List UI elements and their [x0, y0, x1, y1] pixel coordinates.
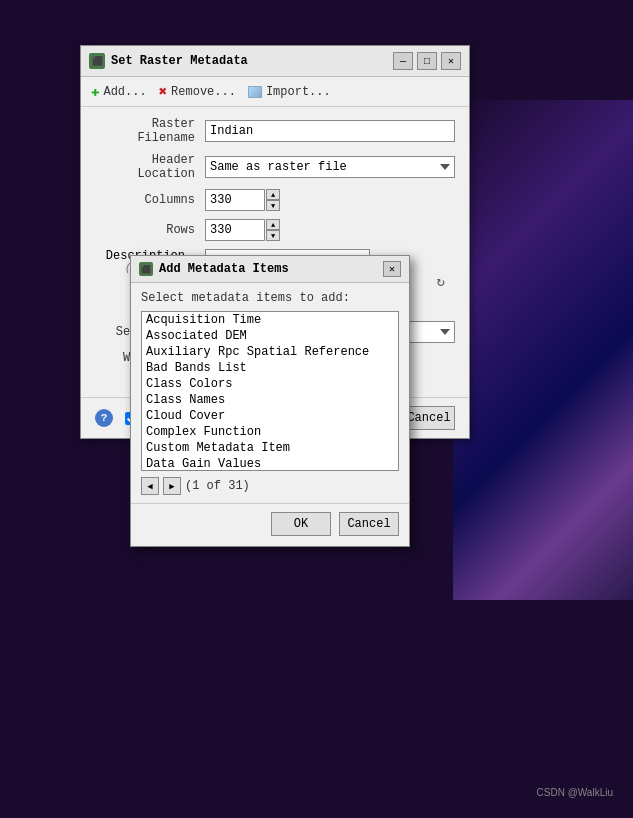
watermark: CSDN @WalkLiu [537, 787, 613, 798]
header-location-label: Header Location [95, 153, 205, 181]
rows-input[interactable] [205, 219, 265, 241]
list-item[interactable]: Associated DEM [142, 328, 398, 344]
columns-up-btn[interactable]: ▲ [266, 189, 280, 200]
toolbar: ✚ Add... ✖ Remove... Import... [81, 77, 469, 107]
list-item[interactable]: Complex Function [142, 424, 398, 440]
add-metadata-dialog: ⬛ Add Metadata Items ✕ Select metadata i… [130, 255, 410, 547]
import-button[interactable]: Import... [248, 83, 331, 100]
dialog-nav: ◀ ▶ (1 of 31) [141, 477, 399, 495]
minimize-button[interactable]: — [393, 52, 413, 70]
title-bar-left: ⬛ Set Raster Metadata [89, 53, 248, 69]
columns-label: Columns [95, 193, 205, 207]
maximize-button[interactable]: □ [417, 52, 437, 70]
remove-label: Remove... [171, 85, 236, 99]
import-label: Import... [266, 85, 331, 99]
remove-icon: ✖ [159, 83, 167, 100]
columns-down-btn[interactable]: ▼ [266, 200, 280, 211]
list-item[interactable]: Cloud Cover [142, 408, 398, 424]
rows-label: Rows [95, 223, 205, 237]
dialog-title-left: ⬛ Add Metadata Items [139, 262, 289, 276]
add-icon: ✚ [91, 83, 99, 100]
dialog-body: Select metadata items to add: Acquisitio… [131, 283, 409, 503]
list-item[interactable]: Auxiliary Rpc Spatial Reference [142, 344, 398, 360]
metadata-items-list[interactable]: Acquisition TimeAssociated DEMAuxiliary … [141, 311, 399, 471]
rows-spinner-btns: ▲ ▼ [266, 219, 280, 241]
refresh-icon[interactable]: ↻ [437, 273, 445, 290]
nav-prev-button[interactable]: ◀ [141, 477, 159, 495]
raster-filename-label: Raster Filename [95, 117, 205, 145]
rows-down-btn[interactable]: ▼ [266, 230, 280, 241]
dialog-icon: ⬛ [139, 262, 153, 276]
import-icon [248, 86, 262, 98]
dialog-cancel-button[interactable]: Cancel [339, 512, 399, 536]
nav-next-button[interactable]: ▶ [163, 477, 181, 495]
raster-filename-input[interactable] [205, 120, 455, 142]
header-location-select[interactable]: Same as raster file Custom location [205, 156, 455, 178]
dialog-footer: OK Cancel [131, 503, 409, 546]
list-item[interactable]: Class Names [142, 392, 398, 408]
cancel-button[interactable]: Cancel [403, 406, 455, 430]
rows-row: Rows ▲ ▼ [95, 219, 455, 241]
add-label: Add... [103, 85, 146, 99]
dialog-title-bar: ⬛ Add Metadata Items ✕ [131, 256, 409, 283]
remove-button[interactable]: ✖ Remove... [159, 83, 236, 100]
dialog-ok-button[interactable]: OK [271, 512, 331, 536]
window-icon: ⬛ [89, 53, 105, 69]
list-item[interactable]: Acquisition Time [142, 312, 398, 328]
header-location-row: Header Location Same as raster file Cust… [95, 153, 455, 181]
columns-input[interactable] [205, 189, 265, 211]
raster-filename-row: Raster Filename [95, 117, 455, 145]
list-item[interactable]: Class Colors [142, 376, 398, 392]
columns-row: Columns ▲ ▼ [95, 189, 455, 211]
close-button[interactable]: ✕ [441, 52, 461, 70]
title-controls: — □ ✕ [393, 52, 461, 70]
columns-spinner: ▲ ▼ [205, 189, 280, 211]
dialog-close-button[interactable]: ✕ [383, 261, 401, 277]
background-image [453, 100, 633, 600]
nav-page-text: (1 of 31) [185, 479, 250, 493]
dialog-subtitle: Select metadata items to add: [141, 291, 399, 305]
rows-spinner: ▲ ▼ [205, 219, 280, 241]
window-title: Set Raster Metadata [111, 54, 248, 68]
rows-up-btn[interactable]: ▲ [266, 219, 280, 230]
help-button[interactable]: ? [95, 409, 113, 427]
main-title-bar: ⬛ Set Raster Metadata — □ ✕ [81, 46, 469, 77]
list-item[interactable]: Data Gain Values [142, 456, 398, 471]
add-button[interactable]: ✚ Add... [91, 83, 147, 100]
dialog-title: Add Metadata Items [159, 262, 289, 276]
columns-spinner-btns: ▲ ▼ [266, 189, 280, 211]
list-item[interactable]: Custom Metadata Item [142, 440, 398, 456]
list-item[interactable]: Bad Bands List [142, 360, 398, 376]
